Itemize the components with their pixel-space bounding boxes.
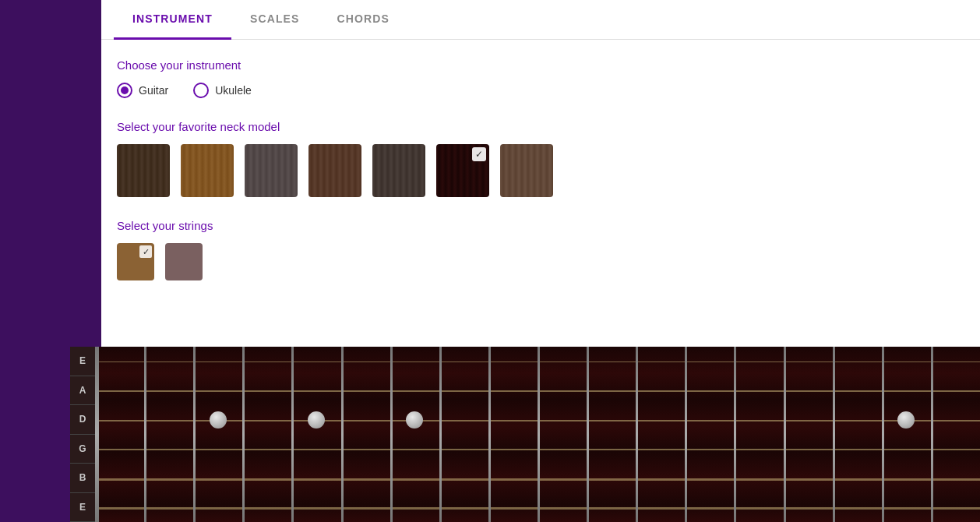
guitar-radio[interactable] xyxy=(117,83,132,98)
fret-line xyxy=(488,347,491,522)
fret-line xyxy=(242,347,245,522)
strings-label: Select your strings xyxy=(117,219,964,232)
fret-dot xyxy=(308,411,325,429)
neck-swatch-1[interactable] xyxy=(117,144,170,197)
fret-line xyxy=(144,347,146,522)
string-swatch-1-checkmark: ✓ xyxy=(139,245,152,258)
fret-line xyxy=(931,347,933,522)
neck-swatch-6[interactable]: ✓ xyxy=(436,144,489,197)
tab-chords[interactable]: CHORDS xyxy=(319,0,408,40)
guitar-option[interactable]: Guitar xyxy=(117,83,168,98)
neck-swatch-2[interactable] xyxy=(181,144,234,197)
choose-instrument-label: Choose your instrument xyxy=(117,58,964,72)
fret-dot xyxy=(897,411,915,429)
content-area: Choose your instrument Guitar Ukulele Se… xyxy=(101,40,980,299)
fret-line xyxy=(833,347,835,522)
neck-swatch-6-checkmark: ✓ xyxy=(472,147,486,161)
instrument-radio-group: Guitar Ukulele xyxy=(117,83,964,98)
string-label-b: B xyxy=(70,464,95,493)
string-label-a: A xyxy=(70,376,95,406)
tab-instrument[interactable]: INSTRUMENT xyxy=(114,0,231,40)
fret-line xyxy=(538,347,540,522)
string-swatch-2[interactable] xyxy=(165,243,203,280)
tab-scales[interactable]: SCALES xyxy=(231,0,319,40)
fretboard-container: E A D G B E xyxy=(70,347,980,522)
neck-swatch-7[interactable] xyxy=(500,144,553,197)
string-label-g: G xyxy=(70,435,95,464)
tab-bar: INSTRUMENT SCALES CHORDS xyxy=(101,0,980,40)
string-swatches-group: ✓ xyxy=(117,243,964,280)
fret-dot xyxy=(406,411,423,429)
neck-models-group: ✓ xyxy=(117,144,964,197)
neck-swatch-5[interactable] xyxy=(372,144,425,197)
ukulele-option[interactable]: Ukulele xyxy=(193,83,252,98)
fretboard xyxy=(95,347,980,522)
fret-line xyxy=(193,347,196,522)
guitar-label: Guitar xyxy=(139,84,168,97)
string-swatch-1[interactable]: ✓ xyxy=(117,243,154,280)
fret-line xyxy=(390,347,393,522)
fret-line xyxy=(291,347,294,522)
fret-dot xyxy=(210,411,227,429)
main-panel: INSTRUMENT SCALES CHORDS Choose your ins… xyxy=(101,0,980,347)
fret-line xyxy=(734,347,736,522)
string-labels: E A D G B E xyxy=(70,347,95,522)
fret-line xyxy=(587,347,589,522)
fret-line xyxy=(685,347,687,522)
string-label-e-low: E xyxy=(70,493,95,523)
neck-swatch-4[interactable] xyxy=(308,144,361,197)
string-label-e-high: E xyxy=(70,347,95,376)
string-label-d: D xyxy=(70,405,95,435)
fret-line xyxy=(95,347,99,522)
fret-line xyxy=(636,347,638,522)
neck-swatch-3[interactable] xyxy=(245,144,298,197)
ukulele-radio[interactable] xyxy=(193,83,209,98)
fret-line xyxy=(341,347,344,522)
fret-line xyxy=(784,347,786,522)
fret-line xyxy=(439,347,442,522)
fret-line xyxy=(882,347,884,522)
neck-model-label: Select your favorite neck model xyxy=(117,120,964,133)
ukulele-label: Ukulele xyxy=(215,84,252,97)
